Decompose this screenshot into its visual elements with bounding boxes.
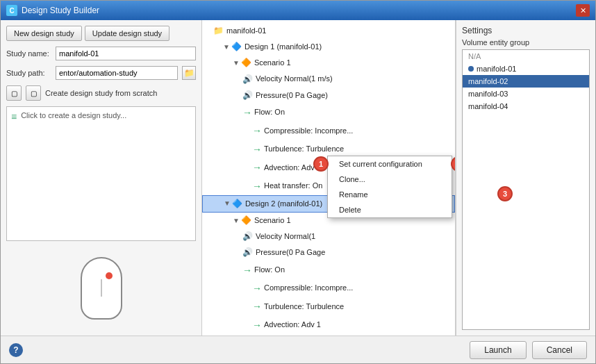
- launch-button[interactable]: Launch: [470, 341, 526, 359]
- tree-bc-pressure-2[interactable]: 🔊 Pressure(0 Pa Gage: [202, 245, 455, 260]
- study-path-input[interactable]: [56, 66, 178, 80]
- tree-bc-pressure-1[interactable]: 🔊 Pressure(0 Pa Gage): [202, 88, 455, 104]
- bc-icon-p1: 🔊: [242, 89, 253, 102]
- close-button[interactable]: ✕: [576, 4, 590, 17]
- vol-entity-label: Volume entity group: [462, 38, 590, 47]
- right-panel: Settings Volume entity group N/A manifol…: [456, 20, 595, 336]
- design-1-label: Design 1 (manifold-01): [245, 41, 322, 53]
- arrow-right-icon-a1: →: [252, 160, 262, 175]
- study-name-input[interactable]: [56, 47, 196, 60]
- context-menu: Set current configuration Clone... Renam…: [327, 156, 452, 218]
- app-icon: C: [6, 5, 17, 16]
- arrow-right-icon-f1: →: [242, 105, 252, 120]
- arrow-down-icon-d2: ▼: [224, 198, 231, 209]
- tree-root[interactable]: 📁 manifold-01: [202, 23, 455, 39]
- badge-3: 3: [497, 186, 513, 201]
- advection-1-label: Advection: Adv 1: [264, 162, 321, 174]
- context-clone[interactable]: Clone...: [328, 172, 452, 187]
- design-icon-1: 🔷: [231, 40, 242, 53]
- cancel-button[interactable]: Cancel: [532, 341, 587, 359]
- tree-flow-2[interactable]: → Flow: On: [202, 261, 455, 279]
- scenario-1-label: Scenario 1: [254, 57, 291, 69]
- small-btn-2[interactable]: ▢: [26, 85, 41, 101]
- bc-icon-v2: 🔊: [242, 230, 253, 243]
- mouse-diagram-area: [6, 247, 196, 330]
- badge-1: 1: [313, 156, 329, 172]
- bottom-buttons: Launch Cancel: [470, 341, 587, 359]
- middle-panel-wrapper: 📁 manifold-01 ▼ 🔷 Design 1 (manifold-01)…: [202, 20, 456, 336]
- turbulence-2-label: Turbulence: Turbulence: [264, 301, 344, 313]
- study-path-label: Study path:: [6, 69, 51, 77]
- right-list-manifold01-label: manifold-01: [477, 65, 516, 73]
- bc-pressure-1-label: Pressure(0 Pa Gage): [256, 90, 328, 102]
- tree-flow-1[interactable]: → Flow: On: [202, 104, 455, 122]
- right-list-item-manifold04[interactable]: manifold-04: [463, 100, 589, 113]
- scenario-2-label: Scenario 1: [254, 215, 291, 227]
- title-bar-left: C Design Study Builder: [6, 5, 99, 16]
- tree-compressible-1[interactable]: → Compressible: Incompre...: [202, 122, 455, 140]
- right-list-manifold02-label: manifold-02: [468, 77, 508, 85]
- bc-pressure-2-label: Pressure(0 Pa Gage: [256, 247, 325, 259]
- arrow-down-icon-s2: ▼: [233, 215, 240, 226]
- bc-icon-v1: 🔊: [242, 73, 253, 86]
- scenario-icon-1: 🔶: [241, 56, 251, 69]
- design-study-builder-window: C Design Study Builder ✕ New design stud…: [0, 0, 596, 364]
- list-icon: ≡: [11, 111, 17, 122]
- arrow-right-icon-f2: →: [242, 263, 252, 278]
- tree-root-label: manifold-01: [226, 25, 266, 38]
- scratch-row: ▢ ▢ Create design study from scratch: [6, 85, 196, 101]
- mouse-diagram: [81, 257, 122, 320]
- context-set-current[interactable]: Set current configuration: [328, 156, 452, 172]
- context-delete[interactable]: Delete: [328, 202, 452, 217]
- tree-turbulence-2[interactable]: → Turbulence: Turbulence: [202, 297, 455, 315]
- study-name-label: Study name:: [6, 49, 51, 58]
- design-icon-2: 🔷: [232, 197, 242, 210]
- dot-blue-icon: [468, 66, 474, 72]
- right-list: N/A manifold-01 manifold-02 manifold-03 …: [462, 49, 590, 330]
- bc-velocity-2-label: Velocity Normal(1: [256, 231, 315, 243]
- new-design-study-button[interactable]: New design study: [6, 26, 82, 41]
- arrow-right-icon-t1: →: [252, 142, 262, 157]
- bottom-bar: ? Launch Cancel: [1, 336, 595, 363]
- tree-advection-2[interactable]: → Advection: Adv 1: [202, 316, 455, 334]
- study-placeholder[interactable]: ≡ Click to create a design study...: [6, 106, 196, 241]
- tree-bc-velocity-1[interactable]: 🔊 Velocity Normal(1 m/s): [202, 72, 455, 88]
- arrow-down-icon: ▼: [223, 42, 230, 53]
- tree-scenario-1[interactable]: ▼ 🔶 Scenario 1: [202, 55, 455, 71]
- compressible-2-label: Compressible: Incompre...: [264, 282, 353, 295]
- browse-folder-button[interactable]: 📁: [182, 66, 196, 80]
- right-list-item-manifold02[interactable]: manifold-02: [463, 75, 589, 88]
- context-rename[interactable]: Rename: [328, 187, 452, 202]
- right-list-item-na[interactable]: N/A: [463, 50, 589, 63]
- title-bar: C Design Study Builder ✕: [1, 1, 595, 20]
- study-path-row: Study path: 📁: [6, 66, 196, 80]
- design-2-label: Design 2 (manifold-01): [245, 198, 322, 210]
- click-to-create-label: Click to create a design study...: [21, 111, 126, 119]
- tree-heat-2[interactable]: → Heat transfer: Off: [202, 334, 455, 336]
- right-list-item-manifold03[interactable]: manifold-03: [463, 88, 589, 100]
- bc-icon-p2: 🔊: [242, 246, 253, 259]
- arrow-down-icon-s1: ▼: [233, 58, 240, 69]
- arrow-right-icon-c1: →: [252, 123, 262, 138]
- tree-panel: 📁 manifold-01 ▼ 🔷 Design 1 (manifold-01)…: [202, 20, 456, 336]
- mouse-dot: [106, 272, 113, 279]
- right-list-manifold04-label: manifold-04: [468, 102, 508, 110]
- tree-design-1[interactable]: ▼ 🔷 Design 1 (manifold-01): [202, 39, 455, 55]
- help-button[interactable]: ?: [9, 343, 23, 357]
- small-btn-1[interactable]: ▢: [6, 85, 22, 101]
- arrow-right-icon-h1: →: [252, 179, 262, 194]
- right-list-item-manifold01[interactable]: manifold-01: [463, 63, 589, 75]
- tree-bc-velocity-2[interactable]: 🔊 Velocity Normal(1: [202, 229, 455, 245]
- update-design-study-button[interactable]: Update design study: [85, 26, 169, 41]
- window-content: New design study Update design study Stu…: [1, 20, 595, 336]
- arrow-right-icon-a2: →: [252, 317, 262, 333]
- arrow-right-icon-c2: →: [252, 281, 262, 296]
- turbulence-1-label: Turbulence: Turbulence: [264, 143, 344, 156]
- study-name-row: Study name:: [6, 47, 196, 60]
- scenario-icon-2: 🔶: [241, 214, 251, 227]
- flow-1-label: Flow: On: [254, 106, 285, 119]
- advection-2-label: Advection: Adv 1: [264, 319, 321, 331]
- settings-title: Settings: [462, 26, 590, 35]
- flow-2-label: Flow: On: [254, 264, 285, 276]
- tree-compressible-2[interactable]: → Compressible: Incompre...: [202, 279, 455, 297]
